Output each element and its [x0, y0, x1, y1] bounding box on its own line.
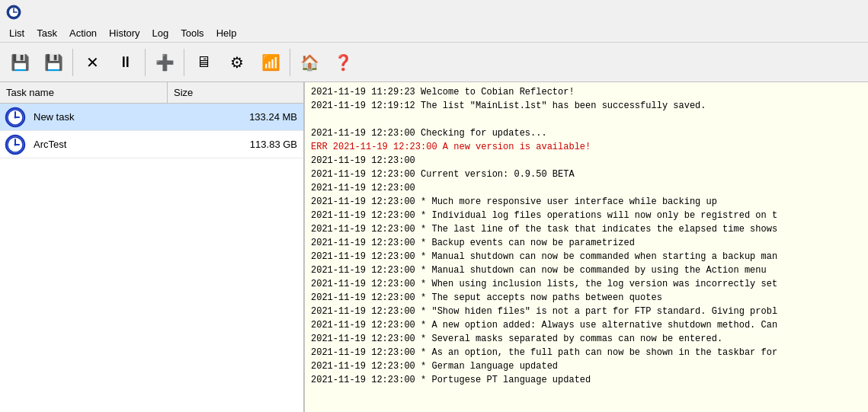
- task-name: New task: [30, 111, 181, 123]
- log-line: ERR 2021-11-19 12:23:00 A new version is…: [311, 140, 862, 154]
- menu-item-log[interactable]: Log: [146, 26, 175, 40]
- maximize-button[interactable]: [790, 0, 825, 24]
- save-button[interactable]: 💾: [37, 46, 70, 79]
- log-line: 2021-11-19 12:23:00 * German language up…: [311, 359, 862, 373]
- log-line: 2021-11-19 12:23:00 * The seput accepts …: [311, 291, 862, 305]
- task-row[interactable]: ArcTest113.83 GB: [0, 131, 303, 158]
- toolbar-separator: [184, 49, 184, 76]
- window-controls: [754, 0, 862, 24]
- log-panel: 2021-11-19 11:29:23 Welcome to Cobian Re…: [305, 82, 868, 412]
- main-content: Task name Size New task133.24 MB ArcTest…: [0, 82, 868, 412]
- settings-button[interactable]: ⚙: [220, 46, 254, 79]
- task-clock-icon: [3, 105, 27, 129]
- svg-point-13: [14, 143, 17, 145]
- task-size: 133.24 MB: [181, 111, 303, 123]
- log-line: 2021-11-19 12:23:00 * As an option, the …: [311, 346, 862, 359]
- task-name-column-header: Task name: [0, 82, 168, 103]
- toolbar-separator: [72, 49, 73, 76]
- title-bar: [0, 0, 868, 24]
- log-line: 2021-11-19 12:23:00 * Individual log fil…: [311, 209, 862, 222]
- app-icon: [6, 5, 21, 20]
- close-button[interactable]: [827, 0, 862, 24]
- log-line: 2021-11-19 12:23:00 * Portugese PT langu…: [311, 373, 862, 387]
- menu-item-action[interactable]: Action: [63, 26, 103, 40]
- home-button[interactable]: 🏠: [293, 46, 326, 79]
- log-line: [311, 113, 862, 126]
- menu-item-tools[interactable]: Tools: [175, 26, 210, 40]
- menu-item-help[interactable]: Help: [210, 26, 243, 40]
- menu-bar: ListTaskActionHistoryLogToolsHelp: [0, 24, 868, 43]
- log-line: 2021-11-19 12:19:12 The list "MainList.l…: [311, 99, 862, 113]
- task-name: ArcTest: [30, 139, 181, 150]
- log-line: 2021-11-19 12:23:00 * Manual shutdown ca…: [311, 263, 862, 277]
- help-button[interactable]: ❓: [326, 46, 360, 79]
- wifi-button[interactable]: 📶: [254, 46, 287, 79]
- log-line: 2021-11-19 12:23:00 * Several masks sepa…: [311, 332, 862, 346]
- task-list-header: Task name Size: [0, 82, 303, 104]
- log-line: 2021-11-19 12:23:00: [311, 154, 862, 168]
- task-list: New task133.24 MB ArcTest113.83 GB: [0, 104, 303, 158]
- log-line: 2021-11-19 12:23:00 * When using inclusi…: [311, 277, 862, 291]
- log-line: 2021-11-19 12:23:00 * A new option added…: [311, 318, 862, 332]
- task-panel: Task name Size New task133.24 MB ArcTest…: [0, 82, 305, 412]
- pause-button[interactable]: ⏸: [109, 46, 143, 79]
- log-line: 2021-11-19 12:23:00 * Manual shutdown ca…: [311, 250, 862, 263]
- add-button[interactable]: ➕: [148, 46, 181, 79]
- minimize-button[interactable]: [754, 0, 789, 24]
- save-list-button[interactable]: 💾: [3, 46, 37, 79]
- stop-button[interactable]: ✕: [75, 46, 109, 79]
- log-line: 2021-11-19 12:23:00 * Much more responsi…: [311, 195, 862, 209]
- menu-item-list[interactable]: List: [3, 26, 30, 40]
- menu-item-task[interactable]: Task: [30, 26, 63, 40]
- toolbar-separator: [290, 49, 290, 76]
- log-line: 2021-11-19 12:23:00 * "Show hiden files"…: [311, 305, 862, 318]
- log-line: 2021-11-19 12:23:00 * Backup events can …: [311, 236, 862, 250]
- task-clock-icon: [3, 133, 27, 157]
- task-size: 113.83 GB: [181, 139, 303, 150]
- menu-item-history[interactable]: History: [103, 26, 146, 40]
- log-line: 2021-11-19 12:23:00 Current version: 0.9…: [311, 168, 862, 181]
- toolbar: 💾💾✕⏸➕🖥⚙📶🏠❓: [0, 43, 868, 82]
- log-line: 2021-11-19 12:23:00 * The last line of t…: [311, 222, 862, 236]
- log-line: 2021-11-19 12:23:00 Checking for updates…: [311, 126, 862, 140]
- size-column-header: Size: [168, 82, 290, 103]
- log-line: 2021-11-19 12:23:00: [311, 181, 862, 195]
- toolbar-separator: [145, 49, 146, 76]
- computer-button[interactable]: 🖥: [187, 46, 220, 79]
- task-row[interactable]: New task133.24 MB: [0, 104, 303, 131]
- svg-point-8: [14, 116, 17, 118]
- log-line: 2021-11-19 11:29:23 Welcome to Cobian Re…: [311, 85, 862, 99]
